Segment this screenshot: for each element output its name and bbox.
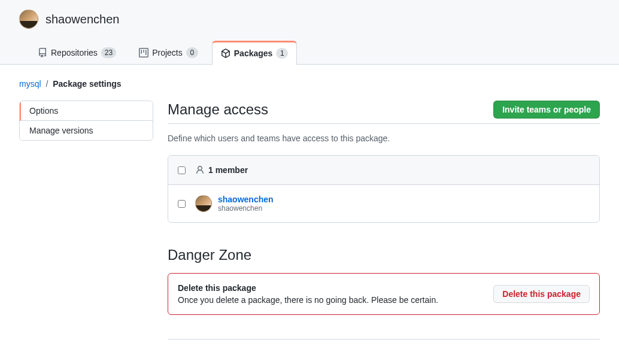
- tab-repositories[interactable]: Repositories 23: [29, 41, 125, 64]
- members-box: 1 member shaowenchen shaowenchen: [168, 155, 600, 223]
- danger-zone-title: Danger Zone: [168, 247, 600, 263]
- avatar[interactable]: [19, 10, 38, 29]
- member-count-label: 1 member: [208, 165, 248, 175]
- tab-label: Packages: [234, 48, 273, 58]
- repo-icon: [38, 48, 47, 57]
- danger-box: Delete this package Once you delete a pa…: [168, 273, 600, 315]
- divider: [168, 339, 600, 339]
- settings-menu: Options Manage versions: [19, 101, 153, 141]
- member-display-name[interactable]: shaowenchen: [218, 195, 274, 204]
- tab-count: 0: [186, 47, 198, 58]
- person-icon: [195, 165, 205, 175]
- breadcrumb: mysql / Package settings: [19, 79, 600, 89]
- package-icon: [221, 48, 230, 58]
- member-row: shaowenchen shaowenchen: [168, 185, 599, 222]
- member-avatar[interactable]: [195, 195, 212, 212]
- access-description: Define which users and teams have access…: [168, 134, 600, 143]
- member-checkbox[interactable]: [178, 200, 186, 208]
- sidebar-item-options[interactable]: Options: [20, 101, 153, 121]
- select-all-checkbox[interactable]: [178, 166, 186, 174]
- tab-label: Repositories: [51, 48, 98, 57]
- tabs: Repositories 23 Projects 0 Packages 1: [29, 41, 600, 64]
- breadcrumb-separator: /: [45, 79, 48, 89]
- tab-count: 1: [276, 48, 288, 59]
- project-icon: [139, 48, 148, 57]
- section-title-access: Manage access: [168, 101, 268, 118]
- tab-packages[interactable]: Packages 1: [212, 41, 298, 65]
- danger-heading: Delete this package: [178, 283, 438, 293]
- tab-label: Projects: [152, 48, 183, 57]
- breadcrumb-link[interactable]: mysql: [19, 79, 41, 89]
- delete-package-button[interactable]: Delete this package: [493, 285, 590, 303]
- tab-projects[interactable]: Projects 0: [130, 41, 207, 64]
- sidebar-item-manage-versions[interactable]: Manage versions: [20, 121, 153, 140]
- profile-name[interactable]: shaowenchen: [45, 13, 119, 26]
- member-username: shaowenchen: [218, 204, 274, 213]
- breadcrumb-current: Package settings: [53, 79, 121, 89]
- invite-button[interactable]: Invite teams or people: [493, 101, 600, 119]
- danger-description: Once you delete a package, there is no g…: [178, 295, 438, 305]
- tab-count: 23: [101, 47, 116, 58]
